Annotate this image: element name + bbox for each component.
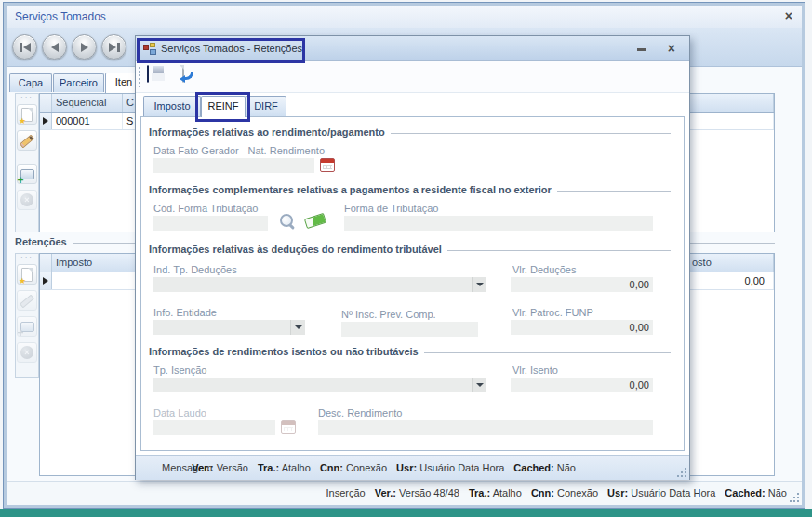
desc-rendimento-input[interactable] [318,420,653,435]
tab-capa[interactable]: Capa [9,73,52,92]
column-header-sequencial[interactable]: Sequencial [52,94,123,112]
edit-record-button[interactable] [17,130,37,151]
delete-icon [20,346,33,359]
section-isentos-heading: Informações de rendimentos isentos ou nã… [149,346,671,357]
eraser-icon[interactable] [304,213,326,229]
tab-dirf[interactable]: DIRF [246,96,286,116]
new-document-icon: ★ [21,268,33,282]
chevron-down-icon[interactable] [472,277,486,292]
section-rendimento-heading: Informações relativas ao rendimento/paga… [149,126,671,138]
row-marker-cell [40,272,52,289]
tab-parceiro[interactable]: Parceiro [53,73,104,92]
toolbar-grip-icon [16,94,38,101]
calendar-icon[interactable] [320,158,335,172]
info-entidade-combo[interactable] [153,320,305,335]
retencoes-grid-toolbar: ★ + [15,253,39,378]
tab-imposto[interactable]: Imposto [143,96,201,116]
data-laudo-label: Data Laudo [153,407,206,418]
add-retencao-row-button[interactable]: + [17,316,37,337]
data-laudo-input [153,420,275,435]
cod-forma-input[interactable] [153,216,268,231]
main-window-title: Serviços Tomados [15,10,106,23]
vlr-isento-label: Vlr. Isento [512,365,558,376]
header-corner-cell [40,94,52,112]
status-mode: Inserção [326,487,365,498]
close-icon[interactable]: × [668,42,675,55]
forma-input[interactable] [344,216,653,231]
pencil-icon [19,292,35,309]
save-button[interactable] [147,66,149,83]
delete-record-button[interactable] [17,190,37,210]
column-header-vlr-imposto[interactable]: osto [688,254,774,268]
nav-next-button[interactable] [72,34,97,60]
minimize-icon[interactable] [637,48,646,51]
dialog-title-bar: Serviços Tomados - Retenções × [136,36,689,61]
combo-value [153,378,472,392]
vlr-isento-input[interactable] [511,378,653,392]
nav-previous-button[interactable] [42,34,67,60]
resize-grip[interactable] [676,467,687,478]
tab-reinf[interactable]: REINF [201,96,246,117]
resize-grip[interactable] [789,492,800,503]
calendar-icon [281,420,296,434]
main-status-text: Inserção Ver.: Versão 48/48 Tra.: Atalho… [326,487,787,498]
toolbar-grip-icon [16,254,38,261]
data-fato-label: Data Fato Gerador - Nat. Rendimento [153,145,325,156]
n-insc-label: Nº Insc. Prev. Comp. [341,309,436,320]
add-row-icon: + [20,169,34,179]
add-row-button[interactable]: + [17,164,37,184]
reinf-tab-page: Informações relativas ao rendimento/paga… [140,116,685,451]
retencoes-label: Retenções [15,236,67,247]
status-user: Usr: Usuário Data Hora [396,462,504,473]
main-status-bar: Inserção Ver.: Versão 48/48 Tra.: Atalho… [7,481,802,505]
desc-rendimento-label: Desc. Rendimento [318,407,403,418]
nav-last-button[interactable] [101,34,126,60]
dialog-status-bar: Mensagem Ver.: Versão Tra.: Atalho Cnn: … [136,455,689,480]
last-record-icon [117,43,120,52]
return-icon [182,65,184,83]
search-icon[interactable] [279,213,296,230]
status-shortcut: Tra.: Atalho [258,462,311,473]
nav-first-button[interactable] [12,34,37,60]
itens-grid-toolbar: ★ + [15,93,39,232]
section-exterior-heading: Informações complementares relativas a p… [149,184,671,195]
close-icon[interactable]: × [785,9,792,22]
combo-value [153,320,290,335]
new-record-button[interactable]: ★ [17,104,37,125]
vlr-patroc-input[interactable] [511,320,653,335]
delete-retencao-button[interactable] [17,342,37,363]
chevron-down-icon[interactable] [472,378,486,392]
chevron-down-icon[interactable] [290,320,305,335]
ind-tp-combo[interactable] [153,277,486,292]
cell-sequencial[interactable]: 000001 [52,113,123,129]
status-connection: Cnn: Conexão [531,487,598,498]
previous-record-icon [51,43,59,52]
status-user: Usr: Usuário Data Hora [607,487,715,498]
first-record-icon [20,43,22,52]
return-button[interactable] [182,66,184,83]
vlr-patroc-label: Vlr. Patroc. FUNP [512,307,593,318]
row-marker-icon [43,117,48,125]
dialog-status-text: Ver.: Versão Tra.: Atalho Cnn: Conexão U… [185,462,576,473]
status-cached: Cached: Não [725,487,787,498]
new-document-icon: ★ [21,108,33,122]
forma-label: Forma de Tributação [344,203,439,214]
tp-isencao-combo[interactable] [153,378,486,392]
row-marker-icon [43,277,48,285]
combo-value [153,277,472,292]
n-insc-input[interactable] [341,322,478,337]
vlr-deducoes-input[interactable] [511,277,653,292]
first-record-arrow-icon [23,43,31,52]
delete-icon [20,193,33,206]
main-title-bar: Serviços Tomados × [7,6,802,28]
edit-retencao-button[interactable] [17,290,37,311]
cell-vlr-imposto[interactable]: 0,00 [741,272,768,286]
data-fato-input[interactable] [153,158,314,173]
info-entidade-label: Info. Entidade [153,307,217,318]
dialog-title: Serviços Tomados - Retenções [161,43,302,54]
vlr-deducoes-label: Vlr. Deduções [512,264,576,275]
new-retencao-button[interactable]: ★ [17,264,37,285]
save-icon [147,65,149,83]
cod-forma-label: Cód. Forma Tributação [153,203,259,214]
status-connection: Cnn: Conexão [320,462,387,473]
